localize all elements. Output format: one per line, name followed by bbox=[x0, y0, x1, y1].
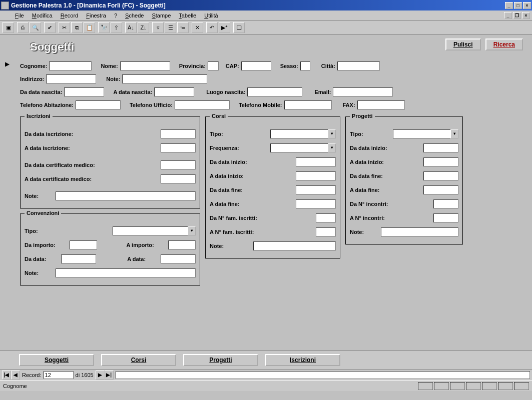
a-nascita-field[interactable] bbox=[154, 88, 194, 96]
menu-help[interactable]: ? bbox=[110, 12, 121, 20]
tel-uff-field[interactable] bbox=[175, 100, 230, 110]
corsi-ainizio-field[interactable] bbox=[296, 172, 336, 180]
tb-spell-icon[interactable]: ✔ bbox=[44, 22, 56, 33]
conv-note-field[interactable] bbox=[56, 268, 196, 278]
prog-dafine-field[interactable] bbox=[423, 172, 458, 180]
nav-iscrizioni-button[interactable]: Iscrizioni bbox=[265, 354, 340, 366]
corsi-note-field[interactable] bbox=[253, 242, 336, 250]
mdi-restore-button[interactable]: ❐ bbox=[513, 12, 521, 19]
da-iscr-field[interactable] bbox=[161, 130, 196, 138]
tb-copy-icon[interactable]: ⧉ bbox=[71, 22, 83, 33]
tb-new-record-icon[interactable]: ▶* bbox=[219, 22, 230, 33]
mdi-minimize-button[interactable]: _ bbox=[504, 12, 512, 19]
a-imp-field[interactable] bbox=[168, 240, 196, 250]
nome-field[interactable] bbox=[120, 62, 170, 70]
sesso-field[interactable] bbox=[300, 62, 310, 70]
da-nascita-field[interactable] bbox=[64, 88, 104, 96]
conv-tipo-dropdown-icon[interactable]: ▾ bbox=[188, 226, 196, 236]
menu-finestra[interactable]: Finestra bbox=[82, 12, 110, 20]
nav-corsi-button[interactable]: Corsi bbox=[101, 354, 176, 366]
maximize-button[interactable]: □ bbox=[514, 2, 522, 9]
cognome-field[interactable] bbox=[49, 62, 92, 70]
indirizzo-field[interactable] bbox=[46, 74, 96, 84]
prog-ainizio-field[interactable] bbox=[423, 158, 458, 166]
menu-schede[interactable]: Schede bbox=[121, 12, 148, 20]
luogo-nascita-field[interactable] bbox=[247, 88, 302, 96]
cap-field[interactable] bbox=[241, 62, 271, 70]
conv-note-label: Note: bbox=[25, 270, 41, 276]
menu-file[interactable]: File bbox=[11, 12, 28, 20]
citta-field[interactable] bbox=[337, 62, 380, 70]
corsi-dafam-field[interactable] bbox=[316, 214, 336, 222]
status-pane bbox=[418, 382, 433, 390]
tb-find-icon[interactable]: 🔭 bbox=[98, 22, 110, 33]
prog-dainc-field[interactable] bbox=[433, 200, 458, 208]
prog-dainizio-field[interactable] bbox=[423, 144, 458, 152]
tb-link-icon[interactable]: ⇪ bbox=[111, 22, 122, 33]
tb-undo-icon[interactable]: ↶ bbox=[206, 22, 218, 33]
first-record-icon[interactable]: |◀ bbox=[2, 370, 11, 380]
corsi-afine-field[interactable] bbox=[296, 200, 336, 208]
last-record-icon[interactable]: ▶| bbox=[105, 370, 114, 380]
tb-filter-selection-icon[interactable]: ▿ bbox=[152, 22, 164, 33]
menu-stampe[interactable]: Stampe bbox=[148, 12, 175, 20]
corsi-tipo-dropdown-icon[interactable]: ▾ bbox=[328, 130, 336, 138]
corsi-dainizio-field[interactable] bbox=[296, 158, 336, 166]
ricerca-button[interactable]: Ricerca bbox=[485, 38, 523, 50]
corsi-tipo-field[interactable] bbox=[270, 130, 328, 138]
prog-afine-field[interactable] bbox=[423, 186, 458, 194]
corsi-afam-field[interactable] bbox=[316, 228, 336, 236]
conv-tipo-field[interactable] bbox=[113, 226, 188, 236]
menu-modifica[interactable]: Modifica bbox=[28, 12, 57, 20]
prog-note-field[interactable] bbox=[381, 228, 458, 236]
corsi-dafine-field[interactable] bbox=[296, 186, 336, 194]
prog-tipo-field[interactable] bbox=[393, 130, 450, 138]
corsi-freq-dropdown-icon[interactable]: ▾ bbox=[328, 144, 336, 152]
corsi-freq-field[interactable] bbox=[270, 144, 328, 152]
next-record-icon[interactable]: ▶ bbox=[96, 370, 105, 380]
prev-record-icon[interactable]: ◀ bbox=[11, 370, 20, 380]
iscr-note-field[interactable] bbox=[56, 192, 196, 200]
menu-utilita[interactable]: Utilità bbox=[200, 12, 222, 20]
corsi-freq-label: Frequenza: bbox=[210, 145, 241, 151]
tb-sort-asc-icon[interactable]: A↓ bbox=[125, 22, 137, 33]
pulisci-button[interactable]: Pulisci bbox=[445, 38, 481, 50]
menu-record[interactable]: Record bbox=[57, 12, 82, 20]
minimize-button[interactable]: _ bbox=[505, 2, 513, 9]
tb-cut-icon[interactable]: ✂ bbox=[59, 22, 70, 33]
nav-progetti-button[interactable]: Progetti bbox=[183, 354, 258, 366]
a-iscr-field[interactable] bbox=[161, 144, 196, 152]
tb-paste-icon[interactable]: 📋 bbox=[84, 22, 95, 33]
note-field[interactable] bbox=[122, 74, 207, 84]
tel-abit-field[interactable] bbox=[76, 100, 121, 110]
prog-tipo-dropdown-icon[interactable]: ▾ bbox=[450, 130, 458, 138]
tb-remove-filter-icon[interactable]: ✕ bbox=[192, 22, 203, 33]
tb-window-icon[interactable]: ❏ bbox=[233, 22, 245, 33]
da-cert-field[interactable] bbox=[161, 160, 196, 170]
tb-filter-form-icon[interactable]: ☰ bbox=[165, 22, 176, 33]
conv-dadata-field[interactable] bbox=[61, 254, 96, 264]
nav-soggetti-button[interactable]: Soggetti bbox=[19, 354, 94, 366]
conv-adata-field[interactable] bbox=[161, 254, 196, 264]
prog-ainc-field[interactable] bbox=[433, 214, 458, 222]
tb-print-icon[interactable]: ⎙ bbox=[17, 22, 29, 33]
tel-mob-field[interactable] bbox=[284, 100, 332, 110]
prog-dafine-label: Da data fine: bbox=[350, 173, 385, 179]
fax-field[interactable] bbox=[357, 100, 405, 110]
record-number-field[interactable] bbox=[44, 371, 74, 379]
tb-preview-icon[interactable]: 🔍 bbox=[30, 22, 41, 33]
tb-export-icon[interactable]: ▣ bbox=[3, 22, 14, 33]
prog-note-label: Note: bbox=[350, 229, 366, 235]
provincia-field[interactable] bbox=[208, 62, 219, 70]
record-selector-icon[interactable]: ▶ bbox=[5, 60, 13, 68]
tb-filter-toggle-icon[interactable]: ≔ bbox=[177, 22, 189, 33]
app-icon bbox=[1, 2, 9, 10]
a-cert-field[interactable] bbox=[161, 174, 196, 184]
da-imp-field[interactable] bbox=[70, 240, 97, 250]
close-button[interactable]: × bbox=[523, 2, 531, 9]
tb-sort-desc-icon[interactable]: Z↓ bbox=[138, 22, 149, 33]
record-scroll[interactable] bbox=[116, 371, 530, 379]
mdi-close-button[interactable]: × bbox=[522, 12, 530, 19]
email-field[interactable] bbox=[333, 88, 393, 96]
menu-tabelle[interactable]: Tabelle bbox=[175, 12, 200, 20]
